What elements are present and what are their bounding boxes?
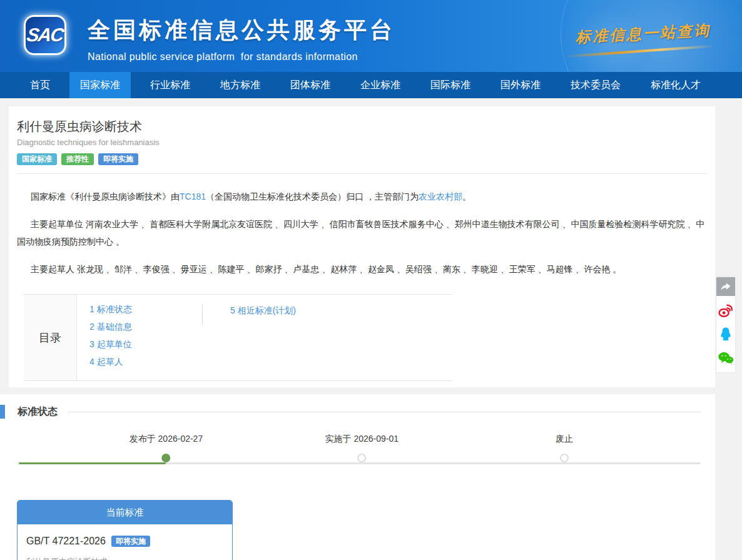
content-container: 利什曼原虫病诊断技术 Diagnostic techniques for lei… [0, 98, 715, 560]
nav-item-团体标准[interactable]: 团体标准 [280, 72, 341, 98]
drafting-units-label: 主要起草单位 [31, 219, 83, 229]
sac-logo-text: SAC [26, 24, 64, 46]
toc-link[interactable]: 3 起草单位 [89, 340, 132, 349]
toc-col2: 5 相近标准(计划) [202, 305, 296, 325]
toc-link[interactable]: 1 标准状态 [89, 305, 132, 314]
timeline-dot [161, 454, 170, 462]
status-section: 标准状态 发布于 2026-02-27实施于 2026-09-01废止 当前标准… [0, 394, 715, 560]
site-brand: 全国标准信息公共服务平台 National public service pla… [88, 15, 395, 63]
current-standard-card[interactable]: 当前标准 GB/T 47221-2026 即将实施 利什曼原虫病诊断技术 [17, 500, 233, 560]
current-standard-name: 利什曼原虫病诊断技术 [26, 556, 223, 560]
toc-link[interactable]: 5 相近标准(计划) [230, 305, 296, 315]
nav-item-国际标准[interactable]: 国际标准 [420, 72, 481, 98]
badge-推荐性: 推荐性 [61, 153, 94, 165]
tc-link[interactable]: TC181 [180, 191, 206, 201]
timeline-label: 废止 [556, 434, 573, 445]
intro-suffix: 。 [462, 191, 471, 201]
timeline-progress [19, 462, 166, 464]
timeline: 发布于 2026-02-27实施于 2026-09-01废止 [19, 434, 701, 475]
standard-intro-card: 利什曼原虫病诊断技术 Diagnostic techniques for lei… [9, 106, 715, 387]
toc-link[interactable]: 4 起草人 [89, 357, 123, 367]
standard-title: 利什曼原虫病诊断技术 [17, 119, 707, 134]
title-divider [17, 173, 707, 174]
badge-即将实施: 即将实施 [98, 153, 138, 165]
drafters-text: 张龙现 、邹洋 、李俊强 、毋亚运 、陈建平 、郎家抒 、卢基忠 、赵林萍 、赵… [77, 264, 621, 274]
drafters-paragraph: 主要起草人张龙现 、邹洋 、李俊强 、毋亚运 、陈建平 、郎家抒 、卢基忠 、赵… [17, 260, 707, 278]
nav-item-行业标准[interactable]: 行业标准 [140, 72, 201, 98]
department-link[interactable]: 农业农村部 [419, 191, 462, 201]
share-toolbar [716, 277, 735, 372]
timeline-stop: 废止 [556, 434, 573, 462]
toc-body: 1 标准状态2 基础信息3 起草单位4 起草人 5 相近标准(计划) [77, 295, 452, 380]
qq-icon[interactable] [716, 325, 735, 344]
current-standard-body: GB/T 47221-2026 即将实施 利什曼原虫病诊断技术 [18, 524, 232, 560]
section-accent-bar [0, 405, 5, 419]
toc-label: 目录 [24, 295, 77, 380]
timeline-label: 实施于 2026-09-01 [325, 434, 399, 445]
intro-middle: （全国动物卫生标准化技术委员会）归口 ，主管部门为 [206, 191, 419, 201]
timeline-dot [560, 454, 569, 462]
table-of-contents: 目录 1 标准状态2 基础信息3 起草单位4 起草人 5 相近标准(计划) [24, 294, 452, 381]
share-icon[interactable] [716, 277, 735, 296]
site-subtitle: National public service platform for sta… [88, 51, 395, 63]
nav-item-企业标准[interactable]: 企业标准 [350, 72, 411, 98]
status-section-title: 标准状态 [18, 405, 58, 419]
standard-intro-zone: 利什曼原虫病诊断技术 Diagnostic techniques for lei… [0, 98, 715, 394]
nav-item-国家标准[interactable]: 国家标准 [69, 72, 131, 98]
weibo-icon[interactable] [716, 301, 735, 320]
toc-link[interactable]: 2 基础信息 [89, 322, 132, 332]
status-section-header: 标准状态 [0, 394, 715, 419]
timeline-label: 发布于 2026-02-27 [130, 434, 203, 445]
badge-国家标准: 国家标准 [17, 153, 57, 165]
nav-item-技术委员会[interactable]: 技术委员会 [560, 72, 631, 98]
timeline-stop: 发布于 2026-02-27 [130, 434, 203, 462]
main-nav: 首页国家标准行业标准地方标准团体标准企业标准国际标准国外标准技术委员会标准化人才 [0, 72, 742, 98]
nav-item-首页[interactable]: 首页 [19, 72, 61, 98]
site-header: SAC 全国标准信息公共服务平台 National public service… [0, 0, 742, 72]
upcoming-badge: 即将实施 [111, 536, 150, 547]
timeline-stop: 实施于 2026-09-01 [325, 434, 399, 462]
section-rule [68, 412, 701, 412]
drafting-units-paragraph: 主要起草单位河南农业大学 、首都医科大学附属北京友谊医院 、四川大学 、信阳市畜… [17, 215, 707, 250]
standard-badges: 国家标准推荐性即将实施 [17, 153, 707, 165]
drafters-label: 主要起草人 [31, 264, 74, 274]
wechat-icon[interactable] [716, 349, 735, 367]
intro-prefix: 国家标准《利什曼原虫病诊断技术》由 [31, 191, 180, 201]
standard-title-en: Diagnostic techniques for leishmaniasis [17, 138, 707, 147]
drafting-units-text: 河南农业大学 、首都医科大学附属北京友谊医院 、四川大学 、信阳市畜牧兽医技术服… [17, 219, 704, 247]
sac-logo[interactable]: SAC [24, 15, 66, 55]
standard-code-row: GB/T 47221-2026 即将实施 [26, 536, 223, 547]
site-title: 全国标准信息公共服务平台 [88, 15, 395, 46]
intro-paragraph: 国家标准《利什曼原虫病诊断技术》由TC181（全国动物卫生标准化技术委员会）归口… [17, 188, 707, 205]
timeline-dot [357, 454, 366, 462]
nav-item-国外标准[interactable]: 国外标准 [490, 72, 551, 98]
current-standard-header: 当前标准 [18, 501, 232, 524]
page-body: 利什曼原虫病诊断技术 Diagnostic techniques for lei… [0, 98, 742, 560]
standard-code[interactable]: GB/T 47221-2026 [26, 536, 106, 547]
nav-item-标准化人才[interactable]: 标准化人才 [640, 72, 711, 98]
nav-item-地方标准[interactable]: 地方标准 [210, 72, 271, 98]
